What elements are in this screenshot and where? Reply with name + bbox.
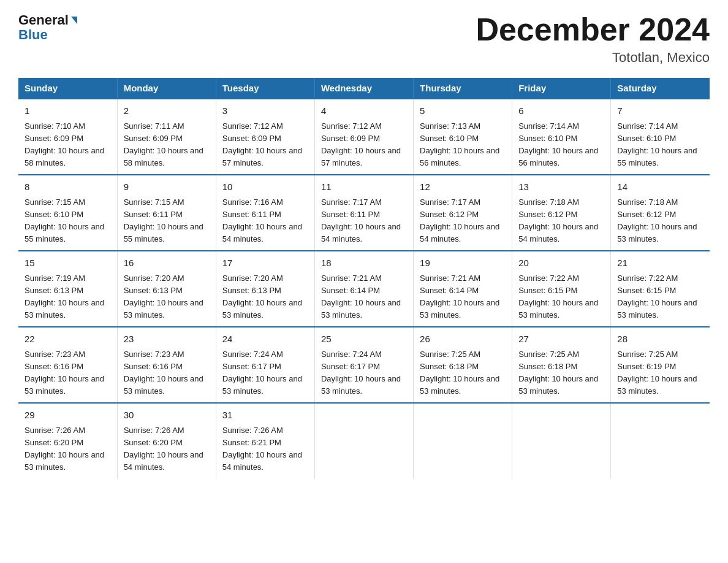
day-number: 16 [124,256,210,270]
day-info: Sunrise: 7:26 AMSunset: 6:20 PMDaylight:… [25,424,111,474]
day-number: 8 [25,180,111,194]
calendar-cell: 8Sunrise: 7:15 AMSunset: 6:10 PMDaylight… [18,175,117,251]
calendar-cell: 2Sunrise: 7:11 AMSunset: 6:09 PMDaylight… [117,99,216,175]
calendar-cell: 17Sunrise: 7:20 AMSunset: 6:13 PMDayligh… [216,251,314,327]
calendar-cell: 3Sunrise: 7:12 AMSunset: 6:09 PMDaylight… [216,99,314,175]
calendar-cell: 11Sunrise: 7:17 AMSunset: 6:11 PMDayligh… [314,175,413,251]
logo-arrow-icon [71,17,77,24]
calendar-header: SundayMondayTuesdayWednesdayThursdayFrid… [18,78,710,99]
day-info: Sunrise: 7:21 AMSunset: 6:14 PMDaylight:… [420,272,506,322]
day-number: 11 [321,180,407,194]
calendar-body: 1Sunrise: 7:10 AMSunset: 6:09 PMDaylight… [18,99,710,478]
day-info: Sunrise: 7:13 AMSunset: 6:10 PMDaylight:… [420,120,506,170]
calendar-cell: 15Sunrise: 7:19 AMSunset: 6:13 PMDayligh… [18,251,117,327]
calendar-cell: 5Sunrise: 7:13 AMSunset: 6:10 PMDaylight… [414,99,512,175]
calendar-cell: 27Sunrise: 7:25 AMSunset: 6:18 PMDayligh… [512,327,611,403]
day-info: Sunrise: 7:12 AMSunset: 6:09 PMDaylight:… [321,120,407,170]
week-row-4: 22Sunrise: 7:23 AMSunset: 6:16 PMDayligh… [18,327,710,403]
day-info: Sunrise: 7:15 AMSunset: 6:10 PMDaylight:… [25,196,111,246]
header-thursday: Thursday [414,78,512,99]
day-info: Sunrise: 7:22 AMSunset: 6:15 PMDaylight:… [518,272,604,322]
day-number: 22 [25,332,111,347]
day-info: Sunrise: 7:26 AMSunset: 6:21 PMDaylight:… [222,424,308,474]
day-info: Sunrise: 7:10 AMSunset: 6:09 PMDaylight:… [25,120,111,170]
day-number: 29 [25,408,111,423]
calendar-cell: 23Sunrise: 7:23 AMSunset: 6:16 PMDayligh… [117,327,216,403]
day-info: Sunrise: 7:11 AMSunset: 6:09 PMDaylight:… [124,120,210,170]
day-info: Sunrise: 7:14 AMSunset: 6:10 PMDaylight:… [617,120,703,170]
day-info: Sunrise: 7:18 AMSunset: 6:12 PMDaylight:… [518,196,604,246]
header-monday: Monday [117,78,216,99]
day-info: Sunrise: 7:25 AMSunset: 6:18 PMDaylight:… [518,348,604,398]
day-info: Sunrise: 7:24 AMSunset: 6:17 PMDaylight:… [222,348,308,398]
calendar-table: SundayMondayTuesdayWednesdayThursdayFrid… [18,78,710,478]
day-number: 1 [25,104,111,118]
day-number: 28 [617,332,703,347]
day-info: Sunrise: 7:24 AMSunset: 6:17 PMDaylight:… [321,348,407,398]
day-info: Sunrise: 7:15 AMSunset: 6:11 PMDaylight:… [124,196,210,246]
calendar-cell [414,403,512,478]
page-header: General Blue December 2024 Tototlan, Mex… [18,12,710,66]
day-number: 15 [25,256,111,270]
day-number: 19 [420,256,506,270]
day-info: Sunrise: 7:26 AMSunset: 6:20 PMDaylight:… [124,424,210,474]
calendar-cell: 29Sunrise: 7:26 AMSunset: 6:20 PMDayligh… [18,403,117,478]
calendar-cell: 12Sunrise: 7:17 AMSunset: 6:12 PMDayligh… [414,175,512,251]
day-number: 3 [222,104,308,118]
day-number: 27 [518,332,604,347]
day-number: 24 [222,332,308,347]
location-title: Tototlan, Mexico [476,50,710,66]
day-number: 2 [124,104,210,118]
header-friday: Friday [512,78,611,99]
calendar-cell: 6Sunrise: 7:14 AMSunset: 6:10 PMDaylight… [512,99,611,175]
logo-blue: Blue [18,27,48,43]
day-info: Sunrise: 7:17 AMSunset: 6:11 PMDaylight:… [321,196,407,246]
day-number: 5 [420,104,506,118]
calendar-cell: 25Sunrise: 7:24 AMSunset: 6:17 PMDayligh… [314,327,413,403]
day-number: 12 [420,180,506,194]
calendar-cell: 18Sunrise: 7:21 AMSunset: 6:14 PMDayligh… [314,251,413,327]
calendar-cell: 10Sunrise: 7:16 AMSunset: 6:11 PMDayligh… [216,175,314,251]
day-number: 23 [124,332,210,347]
calendar-cell: 28Sunrise: 7:25 AMSunset: 6:19 PMDayligh… [611,327,710,403]
calendar-cell [611,403,710,478]
day-info: Sunrise: 7:25 AMSunset: 6:18 PMDaylight:… [420,348,506,398]
week-row-5: 29Sunrise: 7:26 AMSunset: 6:20 PMDayligh… [18,403,710,478]
week-row-2: 8Sunrise: 7:15 AMSunset: 6:10 PMDaylight… [18,175,710,251]
day-number: 21 [617,256,703,270]
header-sunday: Sunday [18,78,117,99]
week-row-3: 15Sunrise: 7:19 AMSunset: 6:13 PMDayligh… [18,251,710,327]
calendar-cell: 1Sunrise: 7:10 AMSunset: 6:09 PMDaylight… [18,99,117,175]
calendar-cell: 16Sunrise: 7:20 AMSunset: 6:13 PMDayligh… [117,251,216,327]
calendar-cell: 13Sunrise: 7:18 AMSunset: 6:12 PMDayligh… [512,175,611,251]
day-number: 26 [420,332,506,347]
day-info: Sunrise: 7:21 AMSunset: 6:14 PMDaylight:… [321,272,407,322]
day-number: 14 [617,180,703,194]
title-block: December 2024 Tototlan, Mexico [476,12,710,66]
day-number: 13 [518,180,604,194]
day-number: 10 [222,180,308,194]
day-number: 7 [617,104,703,118]
calendar-cell: 9Sunrise: 7:15 AMSunset: 6:11 PMDaylight… [117,175,216,251]
calendar-cell: 31Sunrise: 7:26 AMSunset: 6:21 PMDayligh… [216,403,314,478]
calendar-cell: 21Sunrise: 7:22 AMSunset: 6:15 PMDayligh… [611,251,710,327]
calendar-cell [512,403,611,478]
day-number: 17 [222,256,308,270]
day-info: Sunrise: 7:22 AMSunset: 6:15 PMDaylight:… [617,272,703,322]
day-info: Sunrise: 7:18 AMSunset: 6:12 PMDaylight:… [617,196,703,246]
logo: General Blue [18,12,77,43]
day-info: Sunrise: 7:14 AMSunset: 6:10 PMDaylight:… [518,120,604,170]
day-number: 9 [124,180,210,194]
day-info: Sunrise: 7:23 AMSunset: 6:16 PMDaylight:… [25,348,111,398]
calendar-cell: 24Sunrise: 7:24 AMSunset: 6:17 PMDayligh… [216,327,314,403]
day-info: Sunrise: 7:17 AMSunset: 6:12 PMDaylight:… [420,196,506,246]
header-wednesday: Wednesday [314,78,413,99]
calendar-cell: 4Sunrise: 7:12 AMSunset: 6:09 PMDaylight… [314,99,413,175]
day-number: 6 [518,104,604,118]
calendar-cell: 30Sunrise: 7:26 AMSunset: 6:20 PMDayligh… [117,403,216,478]
day-number: 4 [321,104,407,118]
header-tuesday: Tuesday [216,78,314,99]
day-info: Sunrise: 7:16 AMSunset: 6:11 PMDaylight:… [222,196,308,246]
month-title: December 2024 [476,12,710,47]
week-row-1: 1Sunrise: 7:10 AMSunset: 6:09 PMDaylight… [18,99,710,175]
